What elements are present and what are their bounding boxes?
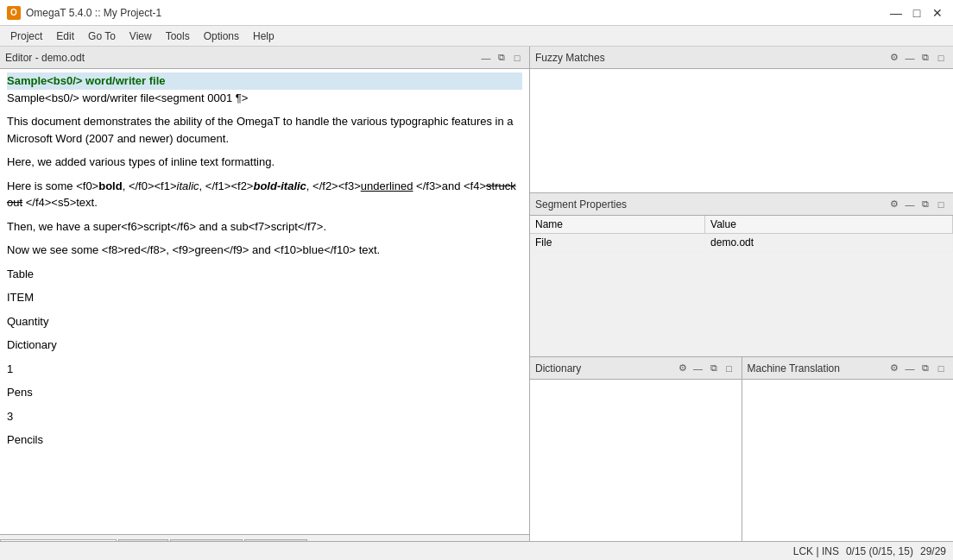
segment-panel-header: Segment Properties ⚙ — ⧉ □ <box>530 193 953 216</box>
segment-detach-btn[interactable]: ⧉ <box>918 198 932 211</box>
menu-view[interactable]: View <box>123 26 159 46</box>
col-value: Value <box>705 216 953 234</box>
editor-para-5: Now we see some <f8>red</f8>, <f9>green<… <box>7 242 522 259</box>
editor-para-pencils: Pencils <box>7 431 522 449</box>
editor-para-table: Table <box>7 266 522 283</box>
right-panel: Fuzzy Matches ⚙ — ⧉ □ Segment Properties… <box>530 47 953 560</box>
dict-maximize-btn[interactable]: □ <box>723 362 736 375</box>
editor-para-dictionary: Dictionary <box>7 337 522 354</box>
editor-para-quantity: Quantity <box>7 313 522 330</box>
dict-panel-header: Dictionary ⚙ — ⧉ □ <box>530 357 742 380</box>
progress-indicator: 0/15 (0/15, 15) <box>846 545 913 557</box>
properties-table: Name Value File demo.odt <box>530 216 953 252</box>
editor-para-3: Here is some <f0>bold, </f0><f1>italic, … <box>7 178 522 211</box>
menu-project[interactable]: Project <box>3 26 49 46</box>
editor-para-4: Then, we have a super<f6>script</f6> and… <box>7 218 522 236</box>
editor-para-pens: Pens <box>7 384 522 401</box>
fuzzy-gear-btn[interactable]: ⚙ <box>887 51 901 65</box>
fuzzy-detach-btn[interactable]: ⧉ <box>918 51 932 65</box>
fuzzy-maximize-btn[interactable]: □ <box>934 51 948 65</box>
fuzzy-panel-controls: ⚙ — ⧉ □ <box>887 51 948 65</box>
editor-para-1: This document demonstrates the ability o… <box>7 113 522 147</box>
close-button[interactable]: ✕ <box>929 4 946 22</box>
italic-text: italic <box>177 179 199 192</box>
dictionary-panel: Dictionary ⚙ — ⧉ □ <box>530 357 742 560</box>
editor-panel-header: Editor - demo.odt — ⧉ □ <box>0 47 529 69</box>
status-bar: LCK | INS 0/15 (0/15, 15) 29/29 <box>0 541 953 560</box>
table-row: File demo.odt <box>530 234 953 252</box>
menu-edit[interactable]: Edit <box>49 26 81 46</box>
menu-help[interactable]: Help <box>246 26 281 46</box>
mt-panel-header: Machine Translation ⚙ — ⧉ □ <box>742 357 954 380</box>
editor-para-item: ITEM <box>7 289 522 306</box>
fuzzy-panel-title: Fuzzy Matches <box>535 52 605 64</box>
segment-table: Name Value File demo.odt <box>530 216 953 356</box>
mt-panel-controls: ⚙ — ⧉ □ <box>887 362 948 375</box>
fuzzy-panel-header: Fuzzy Matches ⚙ — ⧉ □ <box>530 47 953 69</box>
window-title: OmegaT 5.4.0 :: My Project-1 <box>26 7 161 19</box>
editor-line-1: Sample<bs0/> word/writer file <box>7 72 522 90</box>
window-controls: — □ ✕ <box>887 4 946 22</box>
dict-minimize-btn[interactable]: — <box>691 362 705 375</box>
editor-para-1num: 1 <box>7 361 522 378</box>
mt-minimize-btn[interactable]: — <box>903 362 917 375</box>
editor-detach-btn[interactable]: ⧉ <box>495 51 508 65</box>
mt-detach-btn[interactable]: ⧉ <box>918 362 932 375</box>
segment-maximize-btn[interactable]: □ <box>934 198 948 211</box>
fuzzy-content <box>530 69 953 192</box>
prop-name-file: File <box>530 234 705 252</box>
segment-properties-panel: Segment Properties ⚙ — ⧉ □ Name Value <box>530 193 953 357</box>
menu-goto[interactable]: Go To <box>81 26 123 46</box>
segment-panel-controls: ⚙ — ⧉ □ <box>887 198 948 211</box>
dict-detach-btn[interactable]: ⧉ <box>707 362 721 375</box>
editor-para-3num: 3 <box>7 408 522 425</box>
mt-gear-btn[interactable]: ⚙ <box>887 362 901 375</box>
title-bar: O OmegaT 5.4.0 :: My Project-1 — □ ✕ <box>0 0 953 26</box>
dict-panel-title: Dictionary <box>535 362 581 374</box>
editor-minimize-btn[interactable]: — <box>479 51 493 65</box>
app-icon: O <box>7 6 21 20</box>
bold-text: bold <box>98 179 122 192</box>
mt-panel-title: Machine Translation <box>748 362 840 374</box>
prop-value-file: demo.odt <box>705 234 953 252</box>
editor-maximize-btn[interactable]: □ <box>510 51 524 65</box>
dict-gear-btn[interactable]: ⚙ <box>676 362 690 375</box>
fuzzy-matches-panel: Fuzzy Matches ⚙ — ⧉ □ <box>530 47 953 193</box>
menu-options[interactable]: Options <box>197 26 246 46</box>
editor-content[interactable]: Sample<bs0/> word/writer file Sample<bs0… <box>0 69 529 534</box>
dict-content <box>530 380 742 560</box>
editor-panel-title: Editor - demo.odt <box>5 52 85 64</box>
segment-minimize-btn[interactable]: — <box>903 198 917 211</box>
segment-panel-title: Segment Properties <box>535 198 627 211</box>
maximize-button[interactable]: □ <box>908 4 925 22</box>
title-bar-left: O OmegaT 5.4.0 :: My Project-1 <box>7 6 161 20</box>
bottom-right-panels: Dictionary ⚙ — ⧉ □ Machine Translation ⚙… <box>530 357 953 560</box>
editor-para-2: Here, we added various types of inline t… <box>7 154 522 171</box>
bold-italic-text: bold-italic <box>253 179 306 192</box>
mt-maximize-btn[interactable]: □ <box>934 362 948 375</box>
editor-panel: Editor - demo.odt — ⧉ □ Sample<bs0/> wor… <box>0 47 530 560</box>
machine-translation-panel: Machine Translation ⚙ — ⧉ □ <box>742 357 954 560</box>
dict-panel-controls: ⚙ — ⧉ □ <box>676 362 736 375</box>
lck-ins-indicator: LCK | INS <box>793 545 839 557</box>
editor-panel-controls: — ⧉ □ <box>479 51 524 65</box>
segment-indicator: 29/29 <box>920 545 946 557</box>
mt-content <box>742 380 954 560</box>
segment-gear-btn[interactable]: ⚙ <box>887 198 901 211</box>
fuzzy-minimize-btn[interactable]: — <box>903 51 917 65</box>
minimize-button[interactable]: — <box>887 4 905 22</box>
editor-line-2: Sample<bs0/> word/writer file<segment 00… <box>7 90 522 107</box>
menu-bar: Project Edit Go To View Tools Options He… <box>0 26 953 47</box>
main-layout: Editor - demo.odt — ⧉ □ Sample<bs0/> wor… <box>0 47 953 560</box>
col-name: Name <box>530 216 705 234</box>
menu-tools[interactable]: Tools <box>159 26 197 46</box>
underline-text: underlined <box>361 179 413 192</box>
